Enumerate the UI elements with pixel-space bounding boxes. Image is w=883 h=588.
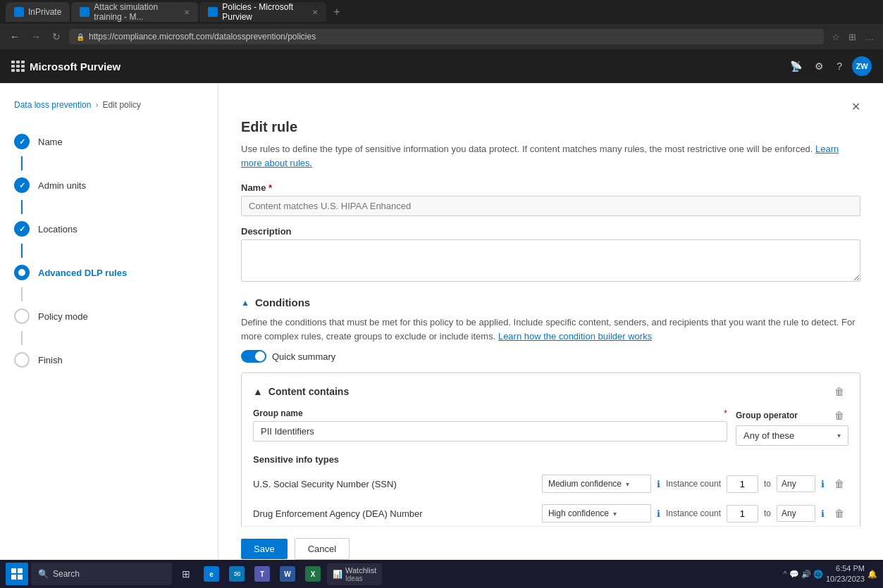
confidence-select-ssn[interactable]: Medium confidence ▾ xyxy=(542,475,651,493)
svg-rect-0 xyxy=(11,568,16,573)
info-icon-dea[interactable]: ℹ xyxy=(657,508,660,519)
close-button[interactable]: ✕ xyxy=(851,100,860,113)
group1-operator-value: Any of these xyxy=(743,430,794,441)
to-label-dea: to xyxy=(764,508,771,518)
content-contains-delete-btn[interactable]: 🗑 xyxy=(830,384,848,399)
sidebar-label-admin: Admin units xyxy=(38,180,86,191)
quick-summary-label: Quick summary xyxy=(272,351,335,362)
conditions-title: Conditions xyxy=(255,296,310,308)
group1-operator-arrow: ▾ xyxy=(837,432,841,439)
taskbar-app-1[interactable]: ⊞ xyxy=(175,563,197,585)
save-button[interactable]: Save xyxy=(241,539,288,559)
tab-policies[interactable]: Policies - Microsoft Purview ✕ xyxy=(199,2,326,22)
breadcrumb-parent-link[interactable]: Data loss prevention xyxy=(14,100,91,110)
info-icon-ssn[interactable]: ℹ xyxy=(657,479,660,489)
group1-delete-btn[interactable]: 🗑 xyxy=(830,408,848,423)
step-icon-admin: ✓ xyxy=(14,177,30,193)
new-tab-button[interactable]: + xyxy=(328,6,345,18)
watchlist-label: Watchlist xyxy=(345,566,376,575)
tab-attack[interactable]: Attack simulation training - M... ✕ xyxy=(71,2,198,22)
sidebar: Data loss prevention › Edit policy ✓ Nam… xyxy=(0,83,218,588)
group1-operator-select[interactable]: Any of these ▾ xyxy=(736,425,848,446)
delete-dea[interactable]: 🗑 xyxy=(830,506,848,520)
user-avatar[interactable]: ZW xyxy=(852,56,872,76)
address-bar-input[interactable]: 🔒 https://compliance.microsoft.com/datal… xyxy=(69,29,824,44)
count-input-dea[interactable] xyxy=(727,505,758,523)
taskbar-app-2[interactable]: e xyxy=(200,563,223,585)
forward-btn[interactable]: → xyxy=(28,30,44,44)
content-collapse-icon[interactable]: ▲ xyxy=(253,386,263,397)
group1-name-required: * xyxy=(724,408,727,418)
name-input[interactable] xyxy=(241,196,860,216)
sidebar-item-finish[interactable]: Finish xyxy=(0,345,218,375)
sidebar-label-advanced: Advanced DLP rules xyxy=(38,268,127,278)
condition-learn-link[interactable]: Learn how the condition builder works xyxy=(498,331,652,342)
confidence-select-dea[interactable]: High confidence ▾ xyxy=(542,504,651,523)
instance-info-ssn[interactable]: ℹ xyxy=(821,479,825,489)
extensions-icon[interactable]: ⊞ xyxy=(846,30,858,44)
date-display: 10/23/2023 xyxy=(826,574,865,584)
broadcast-icon[interactable]: 📡 xyxy=(787,58,805,75)
taskbar-search[interactable]: 🔍 Search xyxy=(31,563,172,585)
taskbar-app-word[interactable]: W xyxy=(276,563,299,585)
quick-summary-toggle[interactable] xyxy=(241,350,266,363)
group1-name-input[interactable] xyxy=(253,421,727,442)
description-field-label: Description xyxy=(241,226,860,237)
refresh-btn[interactable]: ↻ xyxy=(49,30,63,44)
search-icon: 🔍 xyxy=(38,569,49,579)
sidebar-item-name[interactable]: ✓ Name xyxy=(0,127,218,156)
settings-header-icon[interactable]: ⚙ xyxy=(812,58,827,75)
step-icon-finish xyxy=(14,352,30,368)
conditions-description: Define the conditions that must be met f… xyxy=(241,315,860,343)
panel-desc-text: Use rules to define the type of sensitiv… xyxy=(241,144,813,154)
notification-icon[interactable]: 🔔 xyxy=(867,570,877,579)
sys-icons: ^ 💬 🔊 🌐 xyxy=(784,570,823,579)
any-select-ssn[interactable] xyxy=(777,475,815,492)
taskbar: 🔍 Search ⊞ e ✉ T W X 📊 Watchlist Ideas ^… xyxy=(0,560,883,588)
conditions-collapse-btn[interactable]: ▲ xyxy=(241,298,249,308)
any-select-dea[interactable] xyxy=(777,505,815,522)
toggle-knob xyxy=(255,351,265,361)
sit-row-dea: Drug Enforcement Agency (DEA) Number Hig… xyxy=(253,501,848,525)
step-line-1 xyxy=(21,156,23,170)
sit-row-ssn: U.S. Social Security Number (SSN) Medium… xyxy=(253,472,848,496)
apps-grid-icon[interactable] xyxy=(11,61,23,72)
sidebar-label-policy: Policy mode xyxy=(38,311,88,322)
svg-rect-3 xyxy=(18,575,23,580)
cancel-button[interactable]: Cancel xyxy=(295,538,350,560)
tab-close-3[interactable]: ✕ xyxy=(312,8,318,16)
taskbar-app-excel[interactable]: X xyxy=(302,563,324,585)
nav-steps: ✓ Name ✓ Admin units ✓ Locations Advanc xyxy=(0,121,218,380)
sidebar-item-advanced-dlp[interactable]: Advanced DLP rules xyxy=(0,258,218,287)
sidebar-item-admin[interactable]: ✓ Admin units xyxy=(0,170,218,200)
help-icon[interactable]: ? xyxy=(834,58,845,75)
taskbar-app-mail[interactable]: ✉ xyxy=(226,563,248,585)
confidence-value-ssn: Medium confidence xyxy=(548,479,622,489)
back-btn[interactable]: ← xyxy=(7,30,23,44)
tab-close-2[interactable]: ✕ xyxy=(184,8,190,16)
required-indicator: * xyxy=(268,182,272,193)
favorites-icon[interactable]: ☆ xyxy=(829,30,842,44)
count-input-ssn[interactable] xyxy=(727,475,758,493)
sidebar-item-locations[interactable]: ✓ Locations xyxy=(0,214,218,244)
taskbar-app-teams[interactable]: T xyxy=(251,563,273,585)
group1-name-field: Group name * xyxy=(253,408,727,446)
watchlist-widget[interactable]: 📊 Watchlist Ideas xyxy=(327,563,382,585)
breadcrumb-separator: › xyxy=(95,100,98,110)
app-header: Microsoft Purview 📡 ⚙ ? ZW xyxy=(0,49,883,83)
browser-actions: ☆ ⊞ … xyxy=(829,30,876,44)
step-line-5 xyxy=(21,331,23,345)
search-label: Search xyxy=(53,569,80,579)
settings-icon[interactable]: … xyxy=(863,30,876,44)
instance-info-dea[interactable]: ℹ xyxy=(821,508,825,519)
sidebar-item-policy-mode[interactable]: Policy mode xyxy=(0,301,218,331)
description-textarea[interactable] xyxy=(241,239,860,282)
step-line-2 xyxy=(21,200,23,214)
edge-icon: e xyxy=(204,566,219,582)
start-button[interactable] xyxy=(6,563,28,585)
panel-description: Use rules to define the type of sensitiv… xyxy=(241,142,860,170)
step-icon-locations: ✓ xyxy=(14,221,30,237)
watchlist-icon: 📊 xyxy=(333,570,342,579)
tab-inprivate[interactable]: InPrivate xyxy=(6,2,70,22)
delete-ssn[interactable]: 🗑 xyxy=(830,477,848,491)
